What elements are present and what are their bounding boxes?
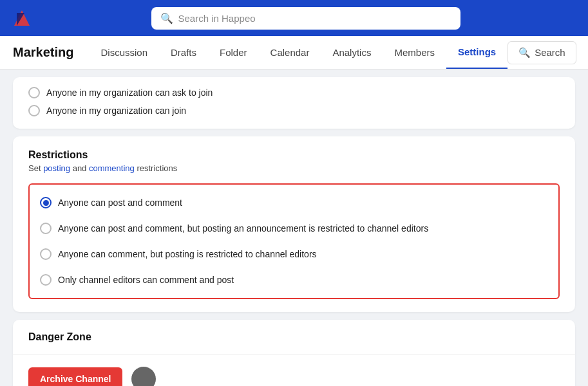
radio-restriction-4[interactable]	[40, 274, 52, 286]
danger-zone-title: Danger Zone	[28, 331, 91, 342]
restriction-label-2: Anyone can post and comment, but posting…	[58, 223, 428, 234]
restrictions-options-box: Anyone can post and comment Anyone can p…	[28, 183, 560, 299]
join-option-ask[interactable]: Anyone in my organization can ask to joi…	[28, 84, 560, 102]
danger-zone-header: Danger Zone	[13, 320, 575, 355]
sub-nav-search-button[interactable]: 🔍 Search	[507, 41, 576, 64]
radio-restriction-2[interactable]	[40, 223, 52, 234]
sub-nav-search-label: Search	[535, 47, 565, 58]
nav-link-drafts[interactable]: Drafts	[159, 37, 208, 68]
restriction-label-1: Anyone can post and comment	[58, 198, 182, 208]
restriction-option-3[interactable]: Anyone can comment, but posting is restr…	[40, 245, 548, 263]
sub-nav: Marketing Discussion Drafts Folder Calen…	[0, 36, 588, 69]
radio-inner-1	[43, 200, 49, 206]
search-icon-small: 🔍	[518, 47, 531, 59]
nav-link-analytics[interactable]: Analytics	[321, 37, 383, 68]
restrictions-subtitle: Set posting and commenting restrictions	[28, 163, 560, 173]
radio-join[interactable]	[28, 105, 40, 116]
restriction-label-3: Anyone can comment, but posting is restr…	[58, 249, 317, 259]
restrictions-title: Restrictions	[28, 149, 560, 161]
nav-link-calendar[interactable]: Calendar	[259, 37, 321, 68]
topbar-search-placeholder: Search in Happeo	[178, 13, 256, 24]
sub-nav-links: Discussion Drafts Folder Calendar Analyt…	[89, 36, 507, 69]
nav-link-members[interactable]: Members	[383, 37, 446, 68]
nav-link-settings[interactable]: Settings	[446, 36, 507, 69]
topbar-search-container: 🔍 Search in Happeo	[33, 7, 578, 30]
nav-link-folder[interactable]: Folder	[208, 37, 259, 68]
restriction-option-4[interactable]: Only channel editors can comment and pos…	[40, 271, 548, 289]
archive-channel-button[interactable]: Archive Channel	[28, 367, 122, 386]
user-avatar	[131, 367, 156, 386]
top-bar: 🔍 Search in Happeo	[0, 0, 588, 36]
topbar-search-bar[interactable]: 🔍 Search in Happeo	[151, 7, 460, 30]
danger-zone-card: Danger Zone Archive Channel	[13, 320, 575, 386]
join-option-join-label: Anyone in my organization can join	[46, 106, 186, 116]
posting-link[interactable]: posting	[43, 163, 70, 173]
join-option-join[interactable]: Anyone in my organization can join	[28, 102, 560, 120]
radio-restriction-3[interactable]	[40, 248, 52, 260]
main-content: Anyone in my organization can ask to joi…	[0, 69, 588, 386]
restriction-option-1[interactable]: Anyone can post and comment	[40, 194, 548, 212]
radio-restriction-1[interactable]	[40, 197, 52, 208]
restrictions-card: Restrictions Set posting and commenting …	[13, 136, 575, 312]
radio-ask[interactable]	[28, 87, 40, 98]
svg-marker-0	[14, 10, 30, 26]
commenting-link[interactable]: commenting	[89, 163, 135, 173]
nav-link-discussion[interactable]: Discussion	[89, 37, 159, 68]
app-logo[interactable]	[10, 6, 33, 30]
search-icon: 🔍	[160, 12, 173, 24]
restriction-label-4: Only channel editors can comment and pos…	[58, 275, 234, 285]
danger-zone-body: Archive Channel	[13, 355, 575, 386]
restriction-option-2[interactable]: Anyone can post and comment, but posting…	[40, 219, 548, 237]
join-options-card: Anyone in my organization can ask to joi…	[13, 77, 575, 129]
channel-title: Marketing	[13, 45, 73, 60]
join-option-ask-label: Anyone in my organization can ask to joi…	[46, 87, 213, 98]
